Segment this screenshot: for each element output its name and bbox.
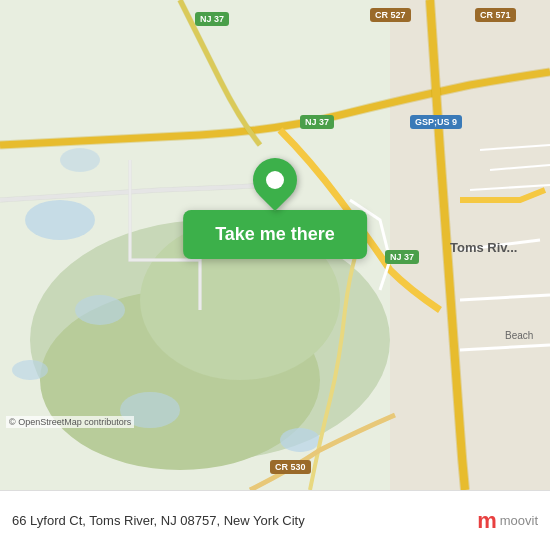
route-badge-nj37-lower: NJ 37 <box>385 250 419 264</box>
moovit-text: moovit <box>500 513 538 528</box>
route-badge-cr571: CR 571 <box>475 8 516 22</box>
map-container: NJ 37 NJ 37 NJ 37 CR 527 CR 571 CR 530 G… <box>0 0 550 490</box>
moovit-logo: m moovit <box>477 508 538 534</box>
svg-point-5 <box>75 295 125 325</box>
svg-point-9 <box>12 360 48 380</box>
osm-attribution: © OpenStreetMap contributors <box>6 416 134 428</box>
bottom-bar: 66 Lyford Ct, Toms River, NJ 08757, New … <box>0 490 550 550</box>
moovit-m-icon: m <box>477 508 497 534</box>
svg-point-8 <box>60 148 100 172</box>
route-badge-nj37-mid: NJ 37 <box>300 115 334 129</box>
route-badge-cr530: CR 530 <box>270 460 311 474</box>
city-label-toms-river: Toms Riv... <box>450 240 517 255</box>
route-badge-nj37-top: NJ 37 <box>195 12 229 26</box>
svg-point-4 <box>25 200 95 240</box>
city-label-beach: Beach <box>505 330 533 341</box>
address-text: 66 Lyford Ct, Toms River, NJ 08757, New … <box>12 513 477 528</box>
route-badge-gsp-us9: GSP;US 9 <box>410 115 462 129</box>
svg-point-7 <box>280 428 320 452</box>
location-pin <box>253 158 297 202</box>
take-me-there-button[interactable]: Take me there <box>183 210 367 259</box>
route-badge-cr527: CR 527 <box>370 8 411 22</box>
